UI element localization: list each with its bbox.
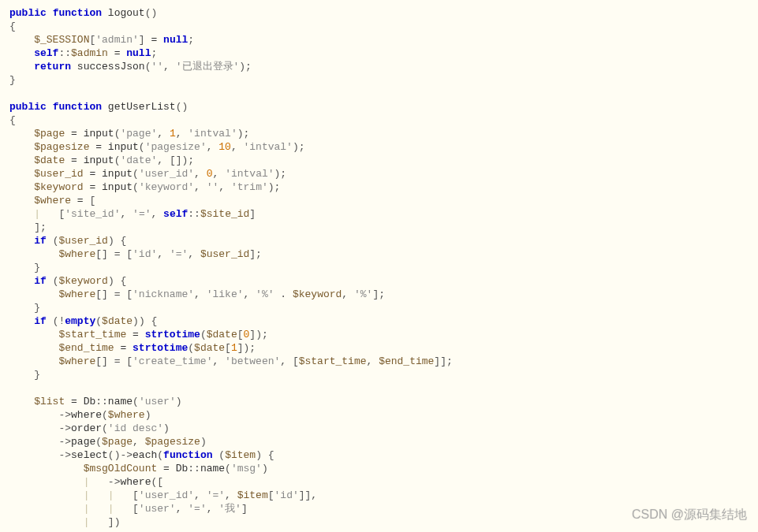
code-block: public function logout() { $_SESSION['ad… [9, 6, 749, 529]
